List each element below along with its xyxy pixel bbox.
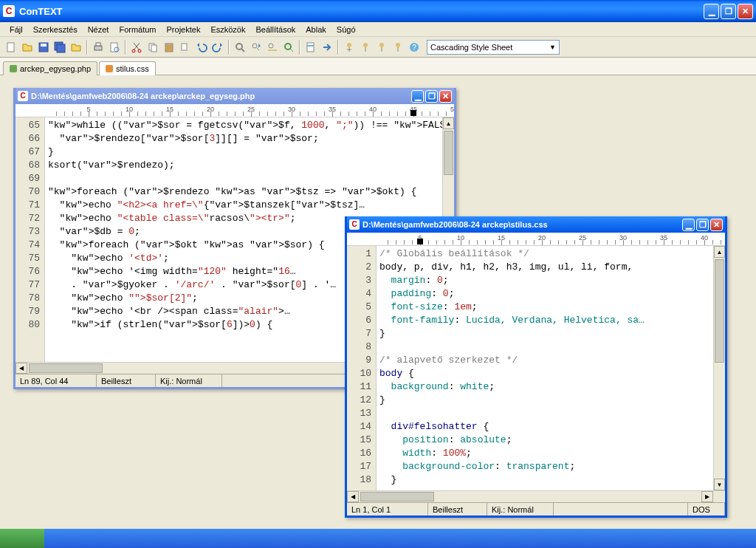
code-area[interactable]: /* Globális beállítások */body, p, div, … <box>377 246 725 502</box>
status-selection: Kij.: Normál <box>156 374 222 387</box>
redo-button[interactable] <box>210 39 226 55</box>
svg-rect-15 <box>182 44 187 50</box>
copy-button[interactable] <box>145 39 161 55</box>
svg-point-19 <box>285 44 291 49</box>
bookmarks-button[interactable] <box>303 39 319 55</box>
svg-rect-5 <box>94 46 102 50</box>
svg-point-23 <box>363 43 368 47</box>
open-folder-button[interactable] <box>68 39 84 55</box>
svg-rect-6 <box>96 43 100 46</box>
find-in-files-button[interactable] <box>281 39 297 55</box>
svg-text:?: ? <box>412 44 416 52</box>
print-preview-button[interactable] <box>106 39 123 55</box>
vertical-scrollbar[interactable]: ▲▼ <box>713 246 725 490</box>
save-button[interactable] <box>35 39 52 55</box>
child-minimize-button[interactable]: ▁ <box>411 90 424 103</box>
tab-label: arckep_egyseg.php <box>20 64 91 73</box>
status-selection: Kij.: Normál <box>487 503 554 516</box>
main-titlebar: ConTEXT ▁ ❐ ✕ <box>0 0 756 22</box>
svg-rect-0 <box>7 43 14 52</box>
svg-rect-20 <box>307 43 314 52</box>
file-type-icon <box>106 65 113 72</box>
editor-window-css[interactable]: D:\Mentés\gamfweb2006\08-24 arckep\stilu… <box>345 216 727 518</box>
file-icon <box>349 219 360 230</box>
menu-projektek[interactable]: Projektek <box>162 24 206 35</box>
line-gutter: 123456789101112131415161718 <box>347 246 377 502</box>
menu-szerkesztés[interactable]: Szerkesztés <box>28 24 83 35</box>
save-all-button[interactable] <box>52 39 68 55</box>
menu-fájl[interactable]: Fájl <box>4 24 28 35</box>
syntax-dropdown[interactable]: Cascading Style Sheet ▼ <box>427 40 560 55</box>
maximize-button[interactable]: ❐ <box>721 4 736 19</box>
child-titlebar[interactable]: D:\Mentés\gamfweb2006\08-24 arckep\arcke… <box>16 88 454 104</box>
menu-súgó[interactable]: Súgó <box>331 24 361 35</box>
paste-button[interactable] <box>161 39 177 55</box>
menu-ablak[interactable]: Ablak <box>300 24 331 35</box>
find-next-button[interactable] <box>248 39 264 55</box>
child-title: D:\Mentés\gamfweb2006\08-24 arckep\stilu… <box>362 220 548 229</box>
status-insert: Beilleszt <box>428 503 487 516</box>
goto-button[interactable] <box>319 39 335 55</box>
menubar: FájlSzerkesztésNézetFormátumProjektekEsz… <box>0 22 756 37</box>
user-tool-3-button[interactable] <box>374 39 390 55</box>
mdi-area: D:\Mentés\gamfweb2006\08-24 arckep\arcke… <box>0 76 756 529</box>
child-title: D:\Mentés\gamfweb2006\08-24 arckep\arcke… <box>31 92 255 100</box>
start-button[interactable] <box>0 529 44 548</box>
print-button[interactable] <box>90 39 106 55</box>
undo-button[interactable] <box>193 39 210 55</box>
help-button[interactable]: ? <box>406 39 422 55</box>
svg-point-25 <box>396 43 400 47</box>
user-tool-4-button[interactable] <box>390 39 406 55</box>
svg-rect-12 <box>151 45 157 52</box>
user-tool-1-button[interactable] <box>341 39 357 55</box>
ruler: 5101520253035404550 <box>16 104 454 117</box>
tab-label: stilus.css <box>116 64 149 73</box>
status-insert: Beilleszt <box>97 374 156 387</box>
line-gutter: 65666768697071727374757677787980 <box>16 117 45 374</box>
status-position: Ln 1, Col 1 <box>347 503 428 516</box>
app-title: ConTEXT <box>19 6 63 17</box>
menu-beállítások[interactable]: Beállítások <box>250 24 300 35</box>
svg-point-22 <box>347 43 351 47</box>
status-position: Ln 89, Col 44 <box>16 374 97 387</box>
tab-stilus-css[interactable]: stilus.css <box>99 61 156 75</box>
ruler: 51015202530354045 <box>347 233 725 246</box>
child-close-button[interactable]: ✕ <box>439 90 452 103</box>
svg-rect-2 <box>41 44 47 47</box>
child-minimize-button[interactable]: ▁ <box>682 219 695 231</box>
menu-eszközök[interactable]: Eszközök <box>205 24 250 35</box>
child-titlebar[interactable]: D:\Mentés\gamfweb2006\08-24 arckep\stilu… <box>347 216 725 233</box>
svg-rect-4 <box>57 44 65 52</box>
new-file-button[interactable] <box>3 39 19 55</box>
menu-nézet[interactable]: Nézet <box>83 24 114 35</box>
syntax-dropdown-value: Cascading Style Sheet <box>430 43 512 52</box>
delete-button[interactable] <box>177 39 193 55</box>
close-button[interactable]: ✕ <box>738 4 753 19</box>
windows-taskbar[interactable] <box>0 529 756 548</box>
open-file-button[interactable] <box>19 39 35 55</box>
child-maximize-button[interactable]: ❐ <box>425 90 438 103</box>
cut-button[interactable] <box>128 39 145 55</box>
file-type-icon <box>10 65 17 72</box>
tab-arckep_egyseg-php[interactable]: arckep_egyseg.php <box>3 61 97 75</box>
chevron-down-icon: ▼ <box>549 44 556 51</box>
svg-rect-21 <box>307 45 314 47</box>
svg-point-24 <box>379 43 384 47</box>
find-button[interactable] <box>232 39 248 55</box>
child-close-button[interactable]: ✕ <box>710 219 723 231</box>
menu-formátum[interactable]: Formátum <box>114 24 161 35</box>
replace-button[interactable] <box>264 39 281 55</box>
svg-point-16 <box>236 44 242 49</box>
svg-point-17 <box>252 44 257 48</box>
toolbar: ? Cascading Style Sheet ▼ <box>0 37 756 58</box>
editor-pane[interactable]: 123456789101112131415161718 /* Globális … <box>347 246 725 502</box>
child-maximize-button[interactable]: ❐ <box>696 219 709 231</box>
status-encoding: DOS <box>688 503 725 516</box>
user-tool-2-button[interactable] <box>357 39 374 55</box>
horizontal-scrollbar[interactable]: ◀▶ <box>347 490 725 502</box>
svg-point-18 <box>269 44 273 48</box>
app-icon <box>3 5 15 17</box>
file-tabstrip: arckep_egyseg.phpstilus.css <box>0 58 756 75</box>
svg-rect-14 <box>167 43 171 45</box>
minimize-button[interactable]: ▁ <box>704 4 719 19</box>
